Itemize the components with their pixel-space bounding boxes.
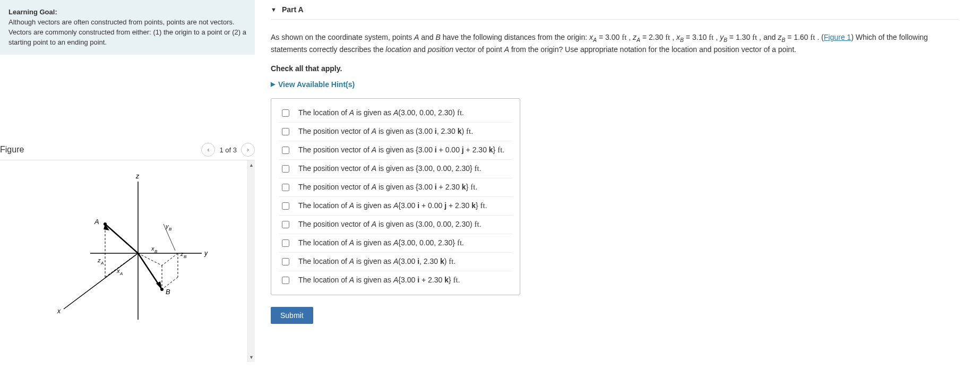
svg-text:y: y [204, 250, 208, 257]
figure-link[interactable]: Figure 1 [824, 33, 851, 41]
choice-checkbox[interactable] [282, 277, 289, 284]
view-hints-label: View Available Hint(s) [278, 80, 355, 89]
choice-row[interactable]: The position vector of A is given as {3.… [279, 159, 512, 178]
figure-diagram: z y x A zA xA [42, 171, 212, 330]
choice-checkbox[interactable] [282, 128, 289, 135]
svg-point-10 [104, 222, 107, 226]
svg-text:z: z [180, 251, 184, 257]
choice-text: The location of A is given as A{3.00, 0.… [298, 238, 464, 247]
choice-checkbox[interactable] [282, 165, 289, 173]
svg-text:x: x [57, 307, 61, 315]
learning-goal-title: Learning Goal: [8, 7, 246, 18]
choice-checkbox[interactable] [282, 202, 289, 210]
figure-header: Figure ‹ 1 of 3 › [0, 140, 255, 160]
choice-text: The position vector of A is given as {3.… [298, 164, 482, 173]
part-header[interactable]: ▼ Part A [271, 0, 959, 20]
svg-text:B: B [166, 288, 170, 296]
check-all-instruction: Check all that apply. [271, 64, 959, 73]
svg-text:x: x [151, 245, 154, 252]
choice-text: The position vector of A is given as {3.… [298, 183, 477, 192]
choice-row[interactable]: The location of A is given as A(3.00 i, … [279, 252, 512, 271]
view-hints-toggle[interactable]: ▶ View Available Hint(s) [271, 80, 959, 89]
choice-text: The location of A is given as A{3.00 i +… [298, 201, 487, 210]
svg-line-16 [162, 253, 178, 265]
svg-text:z: z [97, 257, 101, 263]
figure-label: Figure [0, 145, 24, 155]
choice-row[interactable]: The location of A is given as A{3.00, 0.… [279, 234, 512, 252]
choice-checkbox[interactable] [282, 258, 289, 265]
choice-checkbox[interactable] [282, 221, 289, 228]
svg-text:x: x [116, 268, 120, 274]
figure-area: z y x A zA xA [0, 160, 255, 362]
scroll-down-icon: ▼ [249, 355, 254, 360]
learning-goal-body: Although vectors are often constructed f… [8, 18, 246, 48]
part-label: Part A [282, 5, 304, 14]
choice-checkbox[interactable] [282, 109, 289, 117]
svg-text:A: A [94, 218, 99, 226]
submit-button[interactable]: Submit [271, 307, 313, 324]
chevron-right-icon: ▶ [271, 81, 275, 88]
choice-checkbox[interactable] [282, 239, 289, 247]
choices-box: The location of A is given as A(3.00, 0.… [271, 98, 520, 295]
svg-text:A: A [119, 271, 123, 276]
svg-point-23 [160, 288, 164, 291]
choice-checkbox[interactable] [282, 147, 289, 154]
figure-scrollbar[interactable]: ▲ ▼ [247, 160, 255, 362]
svg-text:B: B [154, 249, 158, 254]
choice-text: The location of A is given as A(3.00 i, … [298, 257, 455, 266]
svg-text:B: B [169, 227, 172, 231]
figure-prev-button[interactable]: ‹ [201, 143, 215, 157]
problem-statement: As shown on the coordinate system, point… [271, 31, 959, 56]
scroll-up-icon: ▲ [249, 162, 254, 168]
figure-pager-text: 1 of 3 [219, 146, 237, 154]
svg-line-8 [105, 224, 138, 253]
svg-text:A: A [100, 261, 104, 265]
choice-row[interactable]: The position vector of A is given as (3.… [279, 122, 512, 141]
figure-next-button[interactable]: › [241, 143, 255, 157]
choice-row[interactable]: The position vector of A is given as {3.… [279, 178, 512, 196]
collapse-icon: ▼ [271, 6, 277, 13]
choice-row[interactable]: The location of A is given as A{3.00 i +… [279, 196, 512, 215]
figure-pager: ‹ 1 of 3 › [201, 143, 255, 157]
choice-text: The location of A is given as A{3.00 i +… [298, 276, 460, 285]
choice-text: The position vector of A is given as (3.… [298, 220, 482, 229]
learning-goal-box: Learning Goal: Although vectors are ofte… [0, 0, 255, 55]
choice-text: The location of A is given as A(3.00, 0.… [298, 108, 464, 117]
choice-checkbox[interactable] [282, 184, 289, 191]
choice-text: The position vector of A is given as (3.… [298, 127, 473, 136]
choice-row[interactable]: The location of A is given as A(3.00, 0.… [279, 104, 512, 122]
choice-row[interactable]: The position vector of A is given as {3.… [279, 141, 512, 159]
svg-text:z: z [135, 173, 140, 180]
choice-row[interactable]: The location of A is given as A{3.00 i +… [279, 271, 512, 289]
choice-text: The position vector of A is given as {3.… [298, 145, 504, 155]
svg-text:B: B [184, 254, 187, 259]
choice-row[interactable]: The position vector of A is given as (3.… [279, 215, 512, 234]
